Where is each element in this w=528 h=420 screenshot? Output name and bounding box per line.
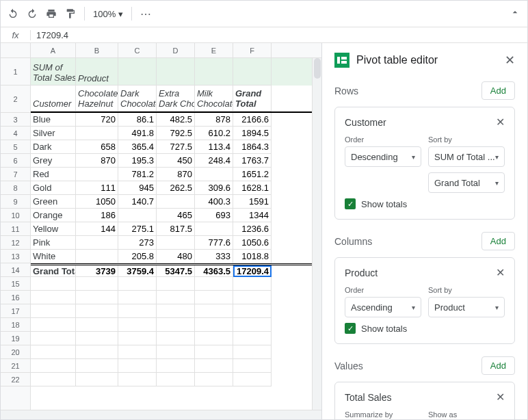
cell[interactable]: 482.5 [157,113,195,127]
cell[interactable] [233,373,272,386]
cell[interactable] [195,345,233,359]
cells-area[interactable]: SUM ofTotal SalesProductCustomerChocolat… [31,58,312,410]
paint-format-icon[interactable] [65,8,76,19]
cell[interactable]: Red [31,168,76,181]
product-order-select[interactable]: Ascending▾ [345,297,421,317]
cell[interactable] [76,277,118,291]
cell[interactable]: Grand Total [31,265,76,277]
cell[interactable]: Grey [31,154,76,168]
remove-customer-icon[interactable]: ✕ [496,116,505,129]
cell[interactable] [76,127,118,140]
cell[interactable]: 1651.2 [233,168,272,181]
show-totals-checkbox[interactable]: ✓ [345,323,356,334]
cell[interactable]: 262.5 [157,181,195,195]
cell[interactable] [76,359,118,373]
cell[interactable]: 3759.4 [118,265,157,277]
cell[interactable]: 1628.1 [233,181,272,195]
cell[interactable]: 275.1 [118,222,157,236]
cell[interactable]: 1018.8 [233,250,272,263]
cell[interactable] [76,168,118,181]
cell[interactable]: 144 [76,222,118,236]
cell[interactable] [195,291,233,304]
cell[interactable]: GrandTotal [233,86,272,111]
cell[interactable] [118,304,157,318]
cell[interactable] [31,318,76,332]
cell[interactable]: Dark [31,140,76,154]
cell[interactable]: 248.4 [195,154,233,168]
row-header[interactable]: 6 [1,154,30,168]
cell[interactable]: 727.5 [157,140,195,154]
cell[interactable]: 1236.6 [233,222,272,236]
cell[interactable]: 465 [157,209,195,222]
row-header[interactable]: 2 [1,86,30,113]
cell[interactable]: Pink [31,236,76,250]
cell[interactable]: 309.6 [195,181,233,195]
cell[interactable] [31,291,76,304]
row-header[interactable]: 7 [1,168,30,181]
cell[interactable] [76,318,118,332]
cell[interactable]: 817.5 [157,222,195,236]
cell[interactable] [76,332,118,345]
cell[interactable] [233,304,272,318]
cell[interactable] [118,373,157,386]
cell[interactable]: Gold [31,181,76,195]
cell[interactable]: 86.1 [118,113,157,127]
cell[interactable] [195,222,233,236]
print-icon[interactable] [46,8,57,19]
column-header[interactable]: B [76,43,118,57]
cell[interactable] [233,58,272,86]
row-header[interactable]: 9 [1,195,30,209]
row-header[interactable]: 14 [1,263,30,277]
cell[interactable]: 333 [195,250,233,263]
cell[interactable] [31,373,76,386]
cell[interactable] [76,373,118,386]
cell[interactable]: 2166.6 [233,113,272,127]
cell[interactable] [233,345,272,359]
cell[interactable]: 777.6 [195,236,233,250]
row-header[interactable]: 13 [1,250,30,263]
cell[interactable]: 450 [157,154,195,168]
cell[interactable]: 781.2 [118,168,157,181]
customer-sortby2-select[interactable]: Grand Total▾ [428,172,505,193]
zoom-select[interactable]: 100% ▾ [93,9,123,19]
row-header[interactable]: 15 [1,277,30,291]
cell[interactable] [31,332,76,345]
formula-input[interactable]: 17209.4 [31,30,527,40]
cell[interactable]: 273 [118,236,157,250]
cell[interactable]: 365.4 [118,140,157,154]
cell[interactable] [157,304,195,318]
row-header[interactable]: 5 [1,140,30,154]
remove-totalsales-icon[interactable]: ✕ [496,391,505,404]
cell[interactable] [157,236,195,250]
cell[interactable]: SUM ofTotal Sales [31,58,76,86]
cell[interactable]: ChocolateHazelnut [76,86,118,111]
cell[interactable]: White [31,250,76,263]
row-header[interactable]: 20 [1,345,30,359]
cell[interactable] [233,277,272,291]
row-header[interactable]: 17 [1,304,30,318]
cell[interactable] [118,277,157,291]
cell[interactable]: 195.3 [118,154,157,168]
cell[interactable] [195,304,233,318]
cell[interactable]: Orange [31,209,76,222]
cell[interactable] [157,195,195,209]
cell[interactable] [233,332,272,345]
cell[interactable]: 186 [76,209,118,222]
cell[interactable]: 205.8 [118,250,157,263]
cell[interactable] [195,332,233,345]
row-header[interactable]: 4 [1,127,30,140]
customer-sortby-select[interactable]: SUM of Total ...▾ [428,146,505,167]
cell[interactable]: Product [76,58,118,86]
row-header[interactable]: 10 [1,209,30,222]
cell[interactable]: Customer [31,86,76,111]
cell[interactable] [233,291,272,304]
cell[interactable] [31,277,76,291]
cell[interactable]: 1050 [76,195,118,209]
column-header[interactable]: D [157,43,195,57]
cell[interactable]: 1050.6 [233,236,272,250]
cell[interactable]: Yellow [31,222,76,236]
cell[interactable] [76,250,118,263]
cell[interactable] [118,345,157,359]
redo-icon[interactable] [27,8,38,19]
customer-order-select[interactable]: Descending▾ [345,146,421,167]
